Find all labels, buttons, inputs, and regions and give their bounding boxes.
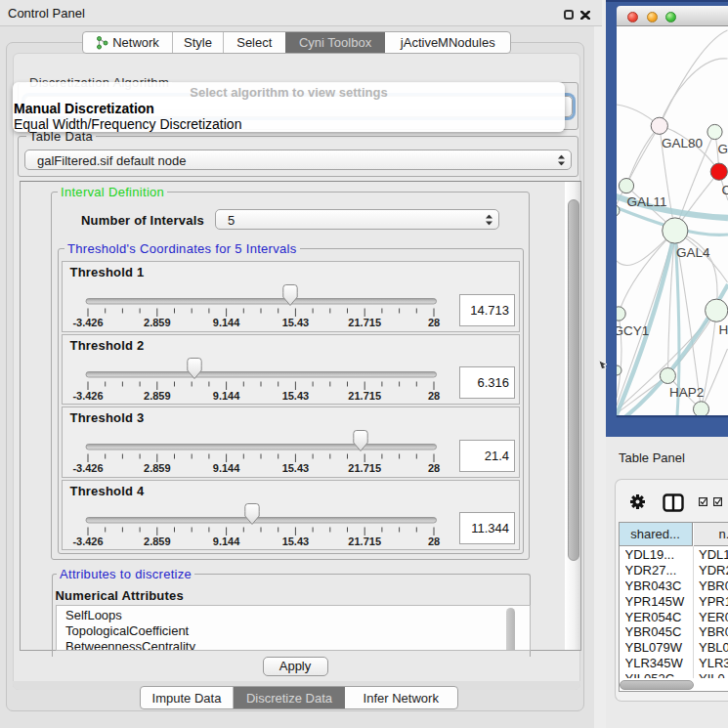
svg-text:HAP2: HAP2 — [669, 385, 704, 400]
svg-text:2.859: 2.859 — [144, 390, 171, 402]
svg-text:28: 28 — [428, 390, 440, 402]
svg-text:-3.426: -3.426 — [72, 535, 103, 547]
svg-text:2.859: 2.859 — [144, 317, 171, 328]
svg-text:-3.426: -3.426 — [72, 390, 103, 402]
svg-text:28: 28 — [428, 462, 440, 474]
svg-text:15.43: 15.43 — [282, 390, 310, 402]
svg-text:9.144: 9.144 — [213, 535, 240, 547]
svg-text:21.715: 21.715 — [348, 535, 381, 547]
svg-text:21.715: 21.715 — [348, 390, 381, 402]
svg-text:28: 28 — [428, 535, 440, 547]
svg-text:-3.426: -3.426 — [72, 462, 103, 474]
svg-text:15.43: 15.43 — [282, 462, 310, 474]
svg-text:21.715: 21.715 — [348, 317, 381, 328]
svg-text:GCY1: GCY1 — [617, 323, 649, 338]
svg-text:2.859: 2.859 — [144, 535, 171, 547]
svg-text:28: 28 — [428, 317, 440, 328]
svg-text:GAL80: GAL80 — [662, 136, 703, 150]
svg-text:9.144: 9.144 — [213, 462, 240, 474]
svg-text:2.859: 2.859 — [144, 462, 171, 474]
svg-text:GAL4: GAL4 — [676, 245, 710, 260]
svg-text:15.43: 15.43 — [282, 317, 310, 328]
svg-text:-3.426: -3.426 — [72, 317, 103, 328]
svg-text:HA: HA — [719, 322, 728, 337]
svg-text:15.43: 15.43 — [282, 535, 310, 547]
svg-text:9.144: 9.144 — [213, 317, 240, 328]
svg-text:C: C — [721, 183, 728, 197]
svg-text:GAL11: GAL11 — [627, 194, 667, 209]
svg-text:21.715: 21.715 — [348, 462, 381, 474]
svg-text:9.144: 9.144 — [213, 390, 240, 402]
svg-text:GA: GA — [718, 142, 728, 156]
